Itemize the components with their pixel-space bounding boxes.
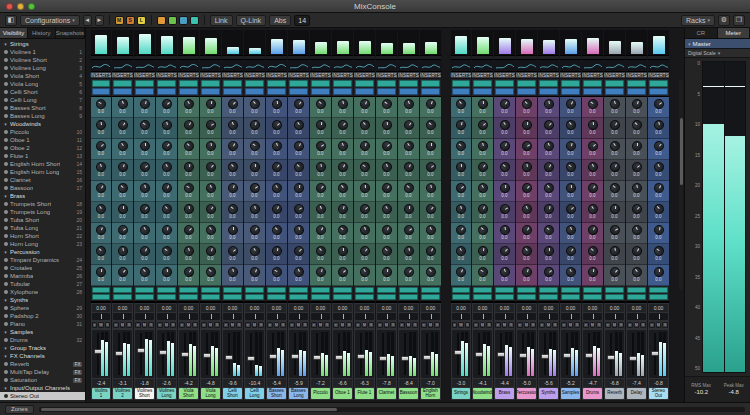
rack-knob-row[interactable]: 0.0 [582,223,603,244]
send-slot[interactable] [539,287,558,293]
rack-header-inserts[interactable]: INSERTS [648,72,669,79]
listen-toggle-button[interactable]: L [137,16,146,25]
link-button[interactable]: Link [210,15,233,26]
mixer-channel-strip[interactable]: INSERTS0.00.00.00.00.00.00.00.00.00.00eM… [582,30,604,400]
channel-list-item[interactable]: Horn Short22 [0,232,85,240]
expand-arrow-icon[interactable]: ▾ [3,193,8,199]
rack-knob[interactable] [565,183,576,194]
rack-knob-row[interactable]: 0.0 [288,181,309,202]
rack-knob[interactable] [314,223,328,237]
insert-slot[interactable] [333,88,352,95]
rack-knob-row[interactable]: 0.0 [516,244,537,265]
gain-value[interactable]: 0.00 [267,304,286,312]
rack-knob[interactable] [498,140,511,153]
rack-knob[interactable] [315,120,326,131]
rack-knob-row[interactable]: 0.0 [112,244,133,265]
channel-list-item[interactable]: Crotales25 [0,264,85,272]
rack-header-inserts[interactable]: INSERTS [244,72,265,79]
rack-knob-row[interactable]: 0.0 [626,181,647,202]
rack-knob-row[interactable]: 0.0 [178,223,199,244]
fader-cap[interactable] [291,354,299,359]
send-slot[interactable] [605,287,624,293]
solo-button[interactable]: S [148,322,154,328]
gain-value[interactable]: 0.00 [561,304,580,312]
rack-knob[interactable] [181,223,195,237]
visibility-dot-icon[interactable] [4,258,8,262]
rack-knob-row[interactable]: 0.0 [200,160,221,181]
gain-value[interactable]: 0.00 [473,304,492,312]
rack-knob[interactable] [293,183,304,194]
insert-slot[interactable] [452,80,470,87]
insert-slot[interactable] [583,80,602,87]
rack-knob-row[interactable]: 0.0 [200,118,221,139]
rack-knob[interactable] [476,203,489,216]
mixer-channel-strip[interactable]: INSERTS0.00.00.00.00.00.00.00.00.00.00eM… [648,30,670,400]
rack-knob[interactable] [423,118,437,132]
send-slot[interactable] [355,294,374,300]
rack-knob-row[interactable]: 0.0 [288,244,309,265]
rack-knob[interactable] [181,139,195,153]
fader-cap[interactable] [401,356,409,361]
mute-button[interactable]: M [164,322,170,328]
mixer-channel-strip[interactable]: INSERTS0.00.00.00.00.00.00.00.00.00.00eM… [200,30,222,400]
solo-button[interactable]: S [390,322,396,328]
rack-knob[interactable] [161,225,172,236]
channel-name-label[interactable]: Bassoon [399,388,418,399]
fader-cap[interactable] [541,354,549,359]
rack-knob-row[interactable]: 0.0 [178,244,199,265]
gain-value[interactable]: 0.00 [355,304,374,312]
rack-knob[interactable] [520,139,534,153]
channel-list-item[interactable]: English Horn Short14 [0,160,85,168]
rack-knob[interactable] [652,244,666,258]
rack-knob-row[interactable]: 0.0 [648,181,669,202]
rack-knob[interactable] [116,118,130,132]
rack-knob[interactable] [225,244,239,258]
mixer-channel-strip[interactable]: INSERTS0.00.00.00.00.00.00.00.00.00.00eM… [472,30,494,400]
gain-value[interactable]: 0.00 [605,304,624,312]
channel-name-label[interactable]: Viola Short [179,388,198,399]
rack-knob-row[interactable]: 0.0 [398,244,419,265]
send-slot[interactable] [245,287,264,293]
rack-knob-row[interactable]: 0.0 [604,265,625,286]
rack-knob-row[interactable]: 0.0 [332,97,353,118]
rack-knob-row[interactable]: 0.0 [376,244,397,265]
rack-knob-row[interactable]: 0.0 [244,181,265,202]
rack-knob[interactable] [248,139,262,153]
mute-button[interactable]: M [612,322,618,328]
rack-knob[interactable] [652,119,664,131]
visibility-dot-icon[interactable] [4,306,8,310]
rack-knob[interactable] [117,245,129,257]
insert-slot[interactable] [92,80,110,87]
rack-knob-row[interactable]: 0.0 [156,202,177,223]
mixer-channel-strip[interactable]: INSERTS0.00.00.00.00.00.00.00.00.00.00eM… [560,30,582,400]
visibility-dot-icon[interactable] [4,178,8,182]
rack-knob[interactable] [94,244,108,258]
rack-knob-row[interactable]: 0.0 [376,223,397,244]
rack-knob-row[interactable]: 0.0 [648,118,669,139]
rack-knob[interactable] [335,181,349,195]
mixer-channel-strip[interactable]: INSERTS0.00.00.00.00.00.00.00.00.00.00eM… [354,30,376,400]
close-window-button[interactable] [6,3,13,10]
rack-knob[interactable] [337,246,347,256]
rack-knob-row[interactable]: 0.0 [332,139,353,160]
rack-knob[interactable] [138,223,152,237]
send-slot[interactable] [473,287,492,293]
rack-knob-row[interactable]: 0.0 [626,160,647,181]
rack-knob-row[interactable]: 0.0 [112,97,133,118]
rack-knob-row[interactable]: 0.0 [354,223,375,244]
rack-knob[interactable] [226,182,238,194]
rack-knob[interactable] [336,140,349,153]
rack-knob[interactable] [159,202,173,216]
rack-knob-row[interactable]: 0.0 [516,202,537,223]
rack-knob[interactable] [358,160,372,174]
rack-knob[interactable] [182,181,196,195]
visibility-dot-icon[interactable] [4,394,8,398]
edit-channel-button[interactable]: e [605,322,611,328]
rack-knob-row[interactable]: 0.0 [91,160,111,181]
rack-knob[interactable] [475,118,489,132]
edit-channel-button[interactable]: e [135,322,141,328]
rack-knob-row[interactable]: 0.0 [156,160,177,181]
rack-knob-row[interactable]: 0.0 [582,118,603,139]
fader-track[interactable] [316,333,318,375]
expand-arrow-icon[interactable]: ▾ [3,345,8,351]
